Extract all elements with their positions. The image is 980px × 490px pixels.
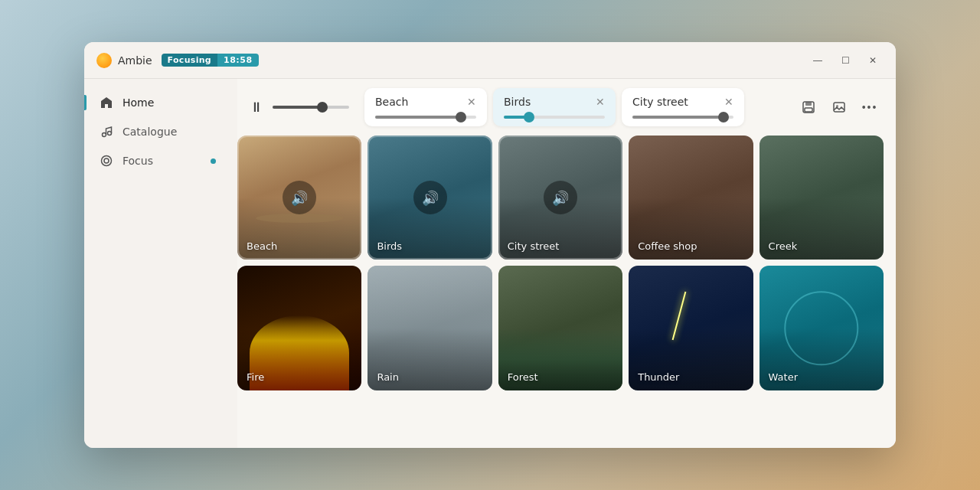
svg-point-2: [102, 156, 112, 166]
sound-grid: 🔊 Beach 🔊 Birds 🔊 City street: [237, 136, 884, 390]
beach-volume-track[interactable]: [375, 116, 476, 119]
master-volume-slider[interactable]: [273, 106, 349, 109]
grid-card-citystreet[interactable]: 🔊 City street: [498, 136, 622, 260]
grid-card-water[interactable]: Water: [760, 266, 884, 390]
birds-volume-track[interactable]: [504, 116, 605, 119]
sidebar: Home Catalogue: [84, 79, 237, 448]
master-slider-fill: [273, 106, 322, 109]
water-grid-label: Water: [769, 371, 798, 383]
creek-grid-label: Creek: [769, 240, 798, 252]
birds-sound-icon: 🔊: [413, 181, 447, 214]
main-content: ⏸ Beach ✕: [237, 79, 896, 448]
sound-grid-container: 🔊 Beach 🔊 Birds 🔊 City street: [237, 136, 896, 448]
citystreet-volume-track[interactable]: [632, 116, 733, 119]
master-slider-thumb[interactable]: [317, 102, 328, 113]
active-cards-container: Beach ✕ Birds ✕: [364, 88, 786, 126]
controls-bar: ⏸ Beach ✕: [237, 79, 896, 136]
birds-card-label: Birds: [504, 96, 531, 108]
more-icon: •••: [862, 101, 878, 113]
play-pause-button[interactable]: ⏸: [250, 100, 263, 116]
citystreet-slider-thumb[interactable]: [718, 112, 729, 122]
birds-close-button[interactable]: ✕: [596, 96, 605, 107]
home-label: Home: [122, 96, 154, 109]
birds-slider-thumb[interactable]: [524, 112, 534, 122]
beach-slider-fill: [375, 116, 461, 119]
grid-card-coffeeshop[interactable]: Coffee shop: [629, 136, 753, 260]
forest-grid-label: Forest: [508, 371, 538, 383]
citystreet-sound-icon: 🔊: [544, 181, 577, 214]
fire-grid-label: Fire: [247, 371, 264, 383]
master-slider-track: [273, 106, 349, 109]
app-window: Ambie Focusing 18:58 — ☐ ✕ Home: [84, 42, 896, 448]
image-button[interactable]: [825, 93, 853, 121]
beach-close-button[interactable]: ✕: [467, 96, 476, 107]
focus-timer: 18:58: [217, 54, 259, 67]
grid-card-forest[interactable]: Forest: [498, 266, 622, 390]
close-button[interactable]: ✕: [862, 50, 884, 71]
citystreet-card-label: City street: [632, 96, 688, 108]
app-name: Ambie: [118, 54, 152, 67]
app-icon: [96, 53, 112, 68]
beach-card-label: Beach: [375, 96, 408, 108]
window-controls: — ☐ ✕: [807, 50, 884, 71]
citystreet-slider-fill: [632, 116, 724, 119]
focus-dot: [211, 158, 216, 164]
save-button[interactable]: [795, 93, 822, 121]
svg-rect-5: [805, 102, 812, 106]
more-button[interactable]: •••: [856, 93, 884, 121]
coffeeshop-grid-label: Coffee shop: [638, 240, 697, 252]
grid-card-birds[interactable]: 🔊 Birds: [368, 136, 492, 260]
birds-grid-label: Birds: [377, 240, 402, 252]
grid-card-rain[interactable]: Rain: [368, 266, 492, 390]
focus-icon: [100, 154, 113, 168]
grid-card-creek[interactable]: Creek: [760, 136, 884, 260]
minimize-button[interactable]: —: [807, 50, 828, 71]
grid-card-thunder[interactable]: Thunder: [629, 266, 753, 390]
toolbar-icons: •••: [795, 93, 884, 121]
catalogue-label: Catalogue: [122, 126, 177, 138]
save-icon: [802, 100, 815, 114]
music-icon: [100, 125, 113, 139]
beach-grid-label: Beach: [247, 240, 277, 252]
citystreet-grid-label: City street: [508, 240, 560, 252]
maximize-button[interactable]: ☐: [835, 50, 856, 71]
sidebar-item-home[interactable]: Home: [84, 88, 228, 117]
focus-label: Focus: [122, 155, 153, 167]
active-card-birds: Birds ✕: [493, 88, 616, 126]
title-bar: Ambie Focusing 18:58 — ☐ ✕: [84, 42, 896, 79]
play-pause-icon: ⏸: [250, 100, 263, 116]
svg-point-3: [104, 158, 109, 163]
rain-grid-label: Rain: [377, 371, 399, 383]
active-card-citystreet: City street ✕: [622, 88, 744, 126]
focus-badge: Focusing: [162, 54, 217, 67]
content-area: Home Catalogue: [84, 79, 896, 448]
citystreet-close-button[interactable]: ✕: [724, 96, 733, 107]
grid-card-fire[interactable]: Fire: [237, 266, 361, 390]
thunder-grid-label: Thunder: [638, 371, 679, 383]
image-icon: [832, 100, 846, 114]
grid-card-beach[interactable]: 🔊 Beach: [237, 136, 361, 260]
active-card-beach: Beach ✕: [364, 88, 487, 126]
beach-sound-icon: 🔊: [283, 181, 316, 214]
svg-rect-7: [834, 103, 844, 112]
beach-slider-thumb[interactable]: [456, 112, 466, 122]
sidebar-item-focus[interactable]: Focus: [84, 146, 228, 175]
svg-rect-6: [805, 108, 812, 112]
sidebar-item-catalogue[interactable]: Catalogue: [84, 117, 228, 146]
home-icon: [100, 96, 113, 109]
